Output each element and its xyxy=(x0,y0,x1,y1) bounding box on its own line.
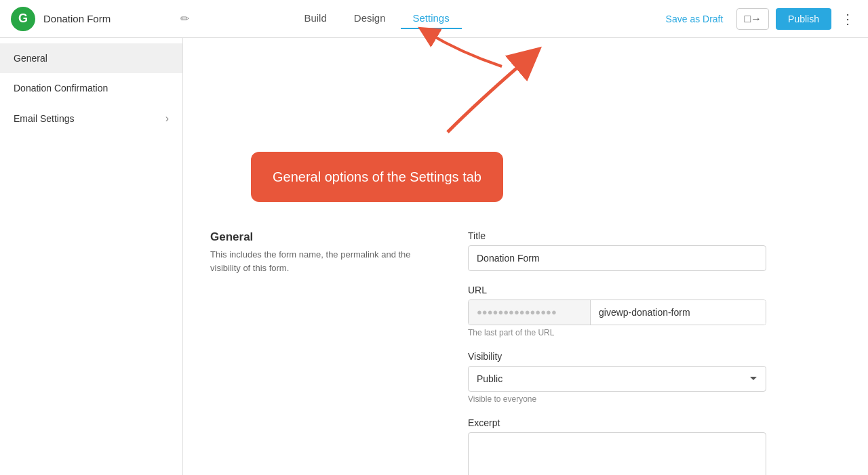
sidebar-item-general[interactable]: General xyxy=(0,43,182,73)
url-label: URL xyxy=(468,285,766,295)
visibility-select[interactable]: Public Private Draft xyxy=(468,366,766,392)
visibility-hint: Visible to everyone xyxy=(468,394,766,404)
excerpt-textarea[interactable] xyxy=(468,432,766,475)
visibility-label: Visibility xyxy=(468,351,766,362)
sidebar-item-label-donation-confirmation: Donation Confirmation xyxy=(14,83,108,94)
sidebar: General Donation Confirmation Email Sett… xyxy=(0,38,183,475)
preview-button[interactable]: □→ xyxy=(736,8,769,30)
title-input[interactable] xyxy=(468,245,766,271)
sidebar-item-label-email-settings: Email Settings xyxy=(14,113,74,124)
general-section-heading: General xyxy=(210,230,427,244)
url-hint: The last part of the URL xyxy=(468,328,766,337)
title-label: Title xyxy=(468,230,766,241)
tab-settings[interactable]: Settings xyxy=(401,8,462,29)
tab-design[interactable]: Design xyxy=(342,8,398,29)
excerpt-field-group: Excerpt The excerpt is an optional summa… xyxy=(468,417,766,475)
app-logo: G xyxy=(11,7,35,31)
visibility-field-group: Visibility Public Private Draft Visible … xyxy=(468,351,766,404)
save-draft-button[interactable]: Save as Draft xyxy=(659,9,730,28)
excerpt-label: Excerpt xyxy=(468,417,766,428)
general-section-layout: General This includes the form name, the… xyxy=(210,230,841,475)
annotation-arrow xyxy=(427,44,549,141)
sidebar-item-email-settings[interactable]: Email Settings › xyxy=(0,103,182,134)
general-section-left: General This includes the form name, the… xyxy=(210,230,427,475)
main-layout: General Donation Confirmation Email Sett… xyxy=(0,38,868,475)
url-row: ●●●●●●●●●●●●●●● xyxy=(468,300,766,325)
title-field-group: Title xyxy=(468,230,766,271)
main-content: General options of the Settings tab Gene… xyxy=(183,38,868,475)
annotation-bubble: General options of the Settings tab xyxy=(251,152,503,202)
sidebar-item-donation-confirmation[interactable]: Donation Confirmation xyxy=(0,73,182,103)
tab-build[interactable]: Build xyxy=(292,8,338,29)
annotation-area: General options of the Settings tab xyxy=(210,60,841,209)
url-prefix-text: ●●●●●●●●●●●●●●● xyxy=(477,307,557,317)
sidebar-item-label-general: General xyxy=(14,53,47,64)
general-section-fields: Title URL ●●●●●●●●●●●●●●● The last part … xyxy=(468,230,766,475)
publish-button[interactable]: Publish xyxy=(776,8,831,30)
topbar: G ✏ Build Design Settings Save as Draft … xyxy=(0,0,868,38)
url-prefix: ●●●●●●●●●●●●●●● xyxy=(469,300,591,325)
general-section-desc: This includes the form name, the permali… xyxy=(210,248,427,274)
url-field-group: URL ●●●●●●●●●●●●●●● The last part of the… xyxy=(468,285,766,337)
annotation-text: General options of the Settings tab xyxy=(273,169,481,184)
edit-icon[interactable]: ✏ xyxy=(180,12,189,25)
more-options-button[interactable]: ⋮ xyxy=(838,8,857,30)
url-suffix-input[interactable] xyxy=(591,300,766,325)
form-title-input[interactable] xyxy=(43,13,172,24)
topbar-actions: Save as Draft □→ Publish ⋮ xyxy=(659,8,857,30)
preview-icon: □→ xyxy=(744,13,762,24)
topbar-nav: Build Design Settings xyxy=(292,8,461,29)
chevron-right-icon: › xyxy=(165,112,169,125)
